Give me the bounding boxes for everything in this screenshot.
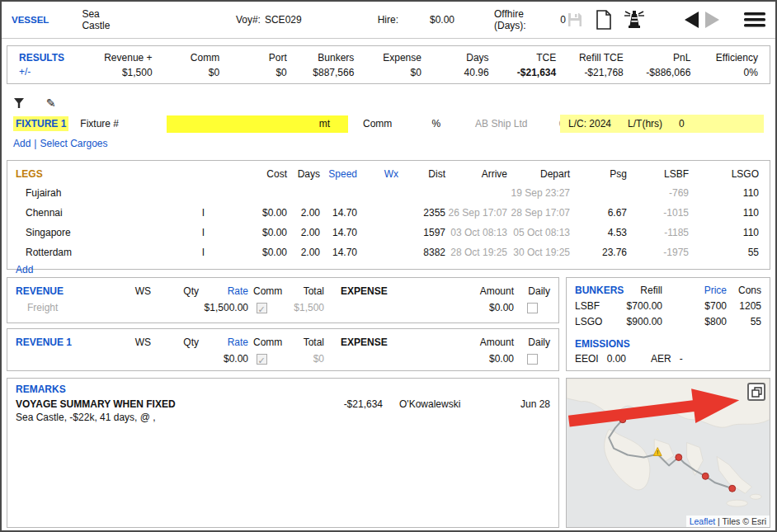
bunker-price[interactable]: $800: [662, 314, 727, 330]
qty-label: Qty: [151, 283, 199, 299]
map-attribution: Leaflet | Tiles © Esri: [686, 516, 770, 527]
eeoi-value: 0.00: [607, 353, 626, 365]
price-label[interactable]: Price: [662, 283, 727, 299]
remark-body[interactable]: Sea Castle, -$22k, 41 days, @ ,: [16, 412, 550, 423]
vessel-name[interactable]: Sea Castle: [82, 8, 127, 31]
menu-icon[interactable]: [744, 12, 765, 27]
results-col-bunkers: Bunkers $887,566: [287, 52, 355, 78]
revenue-title[interactable]: REVENUE: [16, 283, 102, 299]
leg-port[interactable]: Fujairah: [16, 183, 152, 203]
results-panel: RESULTS +/- Revenue + $1,500 Comm $0 Por…: [7, 45, 770, 84]
leg-cost[interactable]: $0.00: [205, 223, 287, 242]
results-value: $1,500: [85, 67, 153, 78]
leg-speed[interactable]: 14.70: [320, 223, 357, 242]
total-label: Total: [275, 334, 324, 351]
results-value: $0: [354, 67, 421, 78]
total-value: $0: [275, 351, 324, 367]
cargo-quantity-input[interactable]: mt: [167, 115, 348, 133]
total-label: Total: [275, 283, 324, 299]
legs-add-link[interactable]: Add: [16, 264, 33, 275]
rate-value[interactable]: $0.00: [199, 351, 248, 367]
leg-port[interactable]: Chennai: [16, 203, 152, 223]
leg-psg: 23.76: [570, 242, 627, 262]
voyage-label: Voy#:: [236, 14, 261, 26]
rate-value[interactable]: $1,500.00: [199, 299, 248, 316]
leg-row[interactable]: Singapore I $0.00 2.00 14.70 1597 03 Oct…: [16, 223, 761, 242]
daily-checkbox[interactable]: [527, 354, 538, 365]
map-expand-icon[interactable]: [747, 383, 765, 401]
save-icon[interactable]: [566, 11, 584, 29]
filter-icon[interactable]: [13, 97, 25, 109]
results-col-tce: TCE -$21,634: [489, 52, 557, 78]
lighthouse-icon[interactable]: [624, 10, 645, 30]
comm-col-label: Comm: [248, 334, 275, 351]
new-document-icon[interactable]: [596, 10, 612, 30]
results-col-days: Days 40.96: [421, 52, 489, 78]
fixture-number-label: Fixture #: [80, 118, 119, 129]
map-canvas[interactable]: !: [567, 379, 770, 527]
results-value: $0: [153, 67, 220, 78]
results-value: 0%: [690, 67, 758, 78]
rate-label[interactable]: Rate: [199, 283, 248, 299]
bunker-refill[interactable]: $900.00: [616, 314, 662, 330]
leg-port[interactable]: Rotterdam: [16, 242, 152, 262]
bunker-price[interactable]: $700: [662, 299, 727, 314]
results-label: Days: [421, 52, 489, 64]
leg-func: I: [152, 203, 205, 223]
legs-header-arrive: Arrive: [445, 165, 507, 183]
remark-tce-value: -$21,634: [304, 398, 383, 410]
laycan-strip[interactable]: L/C: 2024 L/T(hrs) 0: [560, 115, 764, 133]
leg-days[interactable]: 2.00: [287, 223, 320, 242]
route-map-panel[interactable]: ! Leaflet | Tiles © Esri: [566, 378, 770, 528]
revenue1-title[interactable]: REVENUE 1: [16, 334, 102, 351]
leg-row[interactable]: Rotterdam I $0.00 2.00 14.70 8382 28 Oct…: [16, 242, 761, 262]
expense-amount-value[interactable]: $0.00: [456, 351, 514, 367]
revenue1-value-row: $0.00 $0 $0.00: [16, 351, 550, 367]
legs-header-speed[interactable]: Speed: [320, 165, 357, 183]
bunker-refill[interactable]: $700.00: [616, 299, 662, 314]
legs-title[interactable]: LEGS: [16, 165, 152, 183]
leg-row[interactable]: Chennai I $0.00 2.00 14.70 2355 26 Sep 1…: [16, 203, 761, 223]
leg-speed[interactable]: 14.70: [320, 242, 357, 262]
voyage-estimate-window: VESSEL Sea Castle Voy#: SCE029 Hire: $0.…: [0, 0, 777, 532]
fixture-title[interactable]: FIXTURE 1: [13, 116, 68, 131]
results-value: -$886,066: [624, 67, 691, 78]
offhire-value[interactable]: 0: [560, 14, 566, 26]
amount-label: Amount: [456, 283, 514, 299]
remarks-title[interactable]: REMARKS: [16, 384, 550, 395]
results-subtitle[interactable]: +/-: [19, 65, 85, 78]
amount-label: Amount: [456, 334, 514, 351]
leaflet-link[interactable]: Leaflet: [690, 516, 716, 526]
leg-port[interactable]: Singapore: [16, 223, 152, 242]
expense-amount-value[interactable]: $0.00: [456, 299, 514, 316]
comm-checkbox[interactable]: [257, 354, 267, 365]
results-title[interactable]: RESULTS: [19, 51, 85, 64]
leg-days[interactable]: 2.00: [287, 203, 320, 223]
leg-cost[interactable]: $0.00: [205, 242, 287, 262]
forward-arrow-icon[interactable]: [705, 12, 719, 28]
results-label: Refill TCE: [556, 52, 624, 64]
leg-days[interactable]: 2.00: [287, 242, 320, 262]
bunkers-title[interactable]: BUNKERS: [575, 283, 616, 299]
emissions-title[interactable]: EMISSIONS: [575, 338, 761, 350]
legs-header-wx[interactable]: Wx: [357, 165, 398, 183]
results-col-efficiency: Efficiency 0%: [690, 52, 758, 78]
results-value: $887,566: [287, 67, 355, 78]
fixture-section: ✎ FIXTURE 1 Fixture # mt Comm % AB Ship …: [7, 94, 770, 158]
back-arrow-icon[interactable]: [685, 12, 699, 28]
leg-speed[interactable]: 14.70: [320, 203, 357, 223]
leg-row[interactable]: Fujairah 19 Sep 23:27 -769 110: [16, 183, 761, 203]
charterer-name[interactable]: AB Ship Ltd: [475, 118, 527, 129]
daily-checkbox[interactable]: [527, 303, 538, 313]
select-cargoes-link[interactable]: Select Cargoes: [40, 138, 107, 149]
hire-value[interactable]: $0.00: [430, 14, 454, 26]
leg-cost[interactable]: $0.00: [205, 203, 287, 223]
edit-pencil-icon[interactable]: ✎: [46, 97, 56, 110]
leg-depart: 28 Sep 17:07: [507, 203, 570, 223]
link-separator: |: [34, 138, 36, 149]
fixture-add-link[interactable]: Add: [13, 138, 31, 149]
comm-checkbox[interactable]: [257, 303, 267, 313]
leg-lsbf: -1185: [627, 223, 689, 242]
svg-text:!: !: [657, 450, 658, 455]
rate-label[interactable]: Rate: [199, 334, 248, 351]
